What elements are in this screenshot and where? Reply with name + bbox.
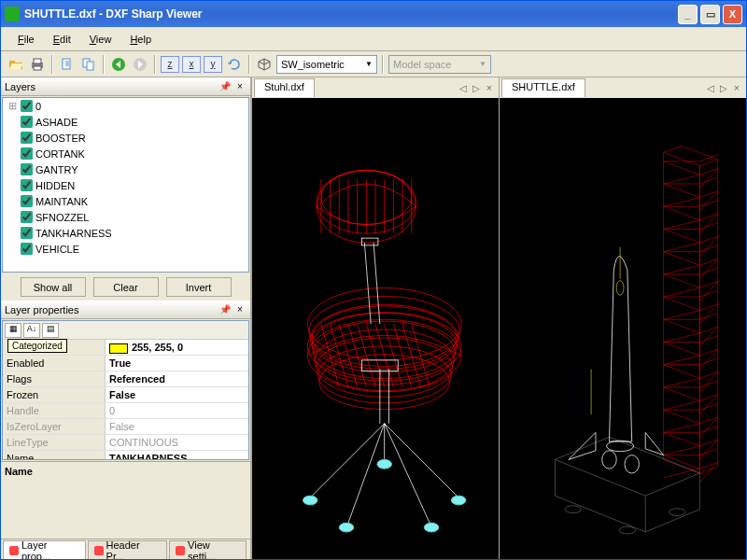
layer-row[interactable]: HIDDEN (3, 177, 248, 193)
print-icon[interactable] (28, 55, 47, 74)
layer-row[interactable]: ASHADE (3, 114, 248, 130)
layer-row[interactable]: ⊞ 0 (3, 98, 248, 114)
svg-point-149 (602, 451, 616, 469)
svg-line-115 (664, 365, 700, 379)
cube-icon[interactable] (255, 55, 274, 74)
titlebar[interactable]: SHUTTLE.dxf - DXF Sharp Viewer _ ▭ X (1, 1, 746, 27)
pin-icon[interactable]: 📌 (218, 303, 232, 316)
canvas-shuttle[interactable] (500, 98, 746, 559)
back-icon[interactable] (109, 55, 128, 74)
maximize-button[interactable]: ▭ (700, 5, 720, 24)
layer-row[interactable]: CORTANK (3, 146, 248, 161)
show-all-button[interactable]: Show all (21, 277, 86, 297)
svg-line-91 (664, 274, 700, 288)
svg-rect-5 (87, 62, 93, 70)
prop-row[interactable]: LineTypeCONTINUOUS (3, 435, 248, 451)
prop-grid[interactable]: 255, 255, 0EnabledTrueFlagsReferencedFro… (3, 340, 248, 459)
pin-icon[interactable]: 📌 (218, 80, 232, 93)
canvas-chair[interactable] (252, 98, 499, 559)
layer-row[interactable]: VEHICLE (3, 241, 248, 257)
forward-icon[interactable] (131, 55, 149, 74)
prop-row[interactable]: FlagsReferenced (3, 371, 248, 387)
refresh-icon[interactable] (58, 55, 77, 74)
bottom-tab[interactable]: Header Pr... (88, 540, 168, 559)
svg-point-148 (607, 441, 634, 452)
prop-key: Enabled (3, 356, 106, 371)
svg-line-62 (664, 175, 700, 184)
next-icon[interactable]: ▷ (718, 83, 729, 93)
next-icon[interactable]: ▷ (471, 83, 482, 93)
layer-row[interactable]: MAINTANK (3, 193, 248, 209)
invert-button[interactable]: Invert (166, 277, 232, 297)
layers-title: Layers (5, 81, 217, 92)
alphabetical-button[interactable]: A↓ (23, 323, 40, 338)
menu-help[interactable]: Help (122, 30, 159, 49)
viewport-controls: ◁ ▷ × (458, 83, 499, 93)
props-page-button[interactable]: ▤ (42, 323, 59, 338)
viewport-tab[interactable]: Stuhl.dxf (254, 78, 315, 97)
svg-line-73 (664, 206, 700, 220)
layer-checkbox[interactable] (21, 147, 33, 160)
prop-row[interactable]: FrozenFalse (3, 387, 248, 403)
tab-dot-icon (94, 546, 104, 555)
prop-row[interactable]: Handle0 (3, 403, 248, 419)
axis-y-button[interactable]: y (204, 56, 222, 73)
svg-rect-47 (361, 238, 377, 245)
view-combo[interactable]: SW_isometric ▼ (276, 55, 377, 74)
tree-toggle-icon[interactable]: ⊞ (7, 100, 18, 112)
copy-icon[interactable] (79, 55, 98, 74)
layer-checkbox[interactable] (21, 179, 33, 191)
prop-row[interactable]: EnabledTrue (3, 356, 248, 371)
view-area: Stuhl.dxf ◁ ▷ × (251, 77, 746, 559)
svg-line-140 (664, 469, 700, 478)
layer-row[interactable]: SFNOZZEL (3, 209, 248, 225)
prop-key: Handle (3, 403, 106, 418)
prop-value: TANKHARNESS (106, 451, 248, 459)
prop-key: IsZeroLayer (3, 419, 106, 434)
prop-row[interactable]: NameTANKHARNESS (3, 451, 248, 459)
svg-line-97 (664, 297, 700, 311)
svg-point-35 (310, 304, 458, 372)
svg-line-52 (385, 424, 457, 496)
close-tab-icon[interactable]: × (731, 83, 742, 93)
categorized-button[interactable]: ▦ (5, 323, 21, 338)
menu-view[interactable]: View (82, 30, 120, 49)
layer-row[interactable]: GANTRY (3, 161, 248, 177)
rotate-icon[interactable] (225, 55, 244, 74)
prev-icon[interactable]: ◁ (705, 83, 716, 93)
svg-line-79 (664, 229, 700, 243)
menu-edit[interactable]: Edit (46, 30, 78, 49)
prop-value: True (106, 356, 248, 371)
prop-row[interactable]: IsZeroLayerFalse (3, 419, 248, 435)
layer-checkbox[interactable] (21, 227, 33, 239)
bottom-tab[interactable]: View setti... (169, 540, 247, 559)
open-icon[interactable] (7, 55, 25, 74)
layer-checkbox[interactable] (21, 195, 33, 207)
close-button[interactable]: X (723, 5, 742, 24)
bottom-tab[interactable]: Layer prop... (3, 540, 86, 559)
layer-checkbox[interactable] (21, 116, 33, 128)
close-tab-icon[interactable]: × (484, 83, 495, 93)
axis-z-button[interactable]: z (161, 56, 179, 73)
layers-list[interactable]: ⊞ 0 ASHADE BOOSTER CORTANK GANTRY HIDDEN… (2, 97, 249, 273)
layer-label: ASHADE (35, 117, 78, 128)
layer-checkbox[interactable] (21, 163, 33, 175)
minimize-button[interactable]: _ (678, 5, 698, 24)
viewport-tab[interactable]: SHUTTLE.dxf (501, 78, 585, 97)
layer-checkbox[interactable] (21, 211, 33, 223)
layer-row[interactable]: TANKHARNESS (3, 225, 248, 241)
separator (382, 55, 384, 74)
layer-checkbox[interactable] (21, 100, 33, 112)
close-panel-icon[interactable]: × (233, 80, 247, 93)
clear-button[interactable]: Clear (93, 277, 159, 297)
svg-line-53 (348, 424, 385, 524)
layer-row[interactable]: BOOSTER (3, 130, 248, 146)
layer-checkbox[interactable] (21, 132, 33, 144)
layer-checkbox[interactable] (21, 243, 33, 255)
prop-value: False (106, 387, 248, 402)
menu-file[interactable]: File (10, 30, 42, 49)
prop-value: Referenced (106, 371, 248, 386)
close-panel-icon[interactable]: × (233, 303, 247, 316)
prev-icon[interactable]: ◁ (458, 83, 469, 93)
axis-x-button[interactable]: x (182, 56, 201, 73)
